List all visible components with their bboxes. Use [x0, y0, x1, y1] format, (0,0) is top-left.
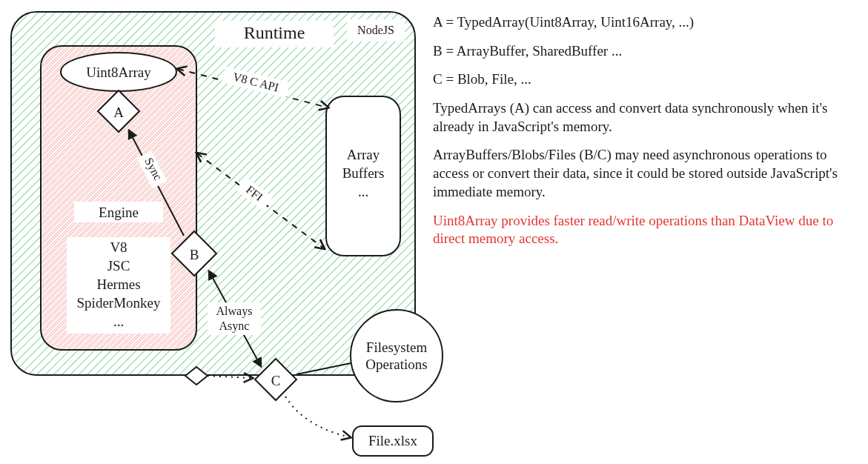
edge-c-to-file — [285, 397, 350, 437]
legend-p1: TypedArrays (A) can access and convert d… — [433, 99, 848, 136]
file-node: File.xlsx — [353, 426, 433, 456]
edge-runtime-to-c — [208, 376, 252, 378]
legend-p2: ArrayBuffers/Blobs/Files (B/C) may need … — [433, 146, 848, 201]
svg-text:Buffers: Buffers — [342, 165, 385, 181]
svg-text:A: A — [113, 105, 124, 120]
svg-line-43 — [208, 376, 252, 378]
svg-text:...: ... — [358, 184, 368, 199]
runtime-badge: NodeJS — [357, 24, 394, 36]
svg-text:Operations: Operations — [365, 357, 427, 372]
svg-text:Always: Always — [216, 305, 253, 318]
svg-text:Uint8Array: Uint8Array — [86, 64, 151, 80]
svg-text:...: ... — [113, 314, 124, 329]
svg-text:B: B — [190, 247, 199, 262]
legend-c: C = Blob, File, ... — [433, 70, 848, 89]
svg-text:V8: V8 — [110, 239, 127, 255]
svg-text:JSC: JSC — [107, 258, 130, 274]
array-buffers-node: Array Buffers ... — [326, 96, 400, 256]
svg-text:Hermes: Hermes — [96, 276, 140, 292]
uint8array-node: Uint8Array — [61, 53, 176, 91]
legend-a: A = TypedArray(Uint8Array, Uint16Array, … — [433, 13, 848, 32]
engine-title: Engine — [99, 205, 139, 220]
svg-text:Async: Async — [219, 319, 250, 333]
legend-b: B = ArrayBuffer, SharedBuffer ... — [433, 42, 848, 61]
svg-text:Filesystem: Filesystem — [366, 339, 428, 355]
filesystem-ops-node: Filesystem Operations — [351, 310, 443, 402]
svg-text:SpiderMonkey: SpiderMonkey — [77, 295, 161, 311]
legend-text: A = TypedArray(Uint8Array, Uint16Array, … — [433, 13, 848, 259]
runtime-title: Runtime — [244, 23, 305, 42]
engine-list: V8 JSC Hermes SpiderMonkey ... — [67, 237, 170, 334]
legend-p3: Uint8Array provides faster read/write op… — [433, 212, 848, 248]
svg-text:Array: Array — [347, 147, 380, 162]
svg-text:File.xlsx: File.xlsx — [368, 433, 417, 448]
svg-text:C: C — [271, 373, 281, 388]
